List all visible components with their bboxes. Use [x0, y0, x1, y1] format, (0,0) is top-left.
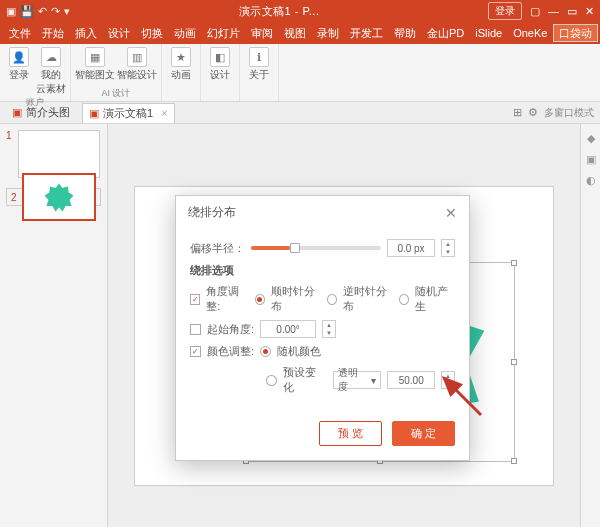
anim-icon: ★ [171, 47, 191, 67]
ribbon-group-ai: ▦智能图文 ▥智能设计 AI 设计 [71, 44, 162, 101]
svg-marker-0 [45, 184, 74, 212]
settings-icon[interactable]: ⚙ [528, 106, 538, 120]
ribbon-group-design: ◧设计 [201, 44, 240, 101]
start-checkbox[interactable] [190, 324, 201, 335]
multiwindow-label[interactable]: 多窗口模式 [544, 106, 594, 120]
dialog-actions: 预 览 确 定 [176, 413, 469, 460]
dialog-close-icon[interactable]: ✕ [445, 205, 457, 221]
image-icon: ▦ [85, 47, 105, 67]
ppt-icon: ▣ [12, 106, 22, 119]
menu-animation[interactable]: 动画 [169, 24, 201, 43]
menu-file[interactable]: 文件 [4, 24, 36, 43]
resize-handle[interactable] [511, 458, 517, 464]
info-icon: ℹ [249, 47, 269, 67]
ribbon-smartimg-button[interactable]: ▦智能图文 [75, 47, 115, 82]
radio-random-color[interactable] [260, 346, 271, 357]
menu-dev[interactable]: 开发工 [345, 24, 388, 43]
color-row: ✓ 颜色调整: 随机颜色 [190, 344, 455, 359]
close-tab-icon[interactable]: × [161, 107, 167, 119]
start-label: 起始角度: [207, 322, 254, 337]
color-label: 颜色调整: [207, 344, 254, 359]
radio-random[interactable] [399, 294, 409, 305]
angle-row: ✓ 角度调整: 顺时针分布 逆时针分布 随机产生 [190, 284, 455, 314]
menu-bar: 文件 开始 插入 设计 切换 动画 幻灯片 审阅 视图 录制 开发工 帮助 金山… [0, 22, 600, 44]
undo-icon[interactable]: ↶ [38, 5, 47, 18]
offset-label: 偏移半径： [190, 241, 245, 256]
preview-button[interactable]: 预 览 [319, 421, 382, 446]
ribbon-anim-button[interactable]: ★动画 [166, 47, 196, 82]
menu-insert[interactable]: 插入 [70, 24, 102, 43]
ribbon: 👤登录 ☁我的 云素材 账户 ▦智能图文 ▥智能设计 AI 设计 ★动画 ◧设计… [0, 44, 600, 102]
menu-review[interactable]: 审阅 [246, 24, 278, 43]
menu-slideshow[interactable]: 幻灯片 [202, 24, 245, 43]
cloud-icon: ☁ [41, 47, 61, 67]
color-value[interactable]: 50.00 [387, 371, 435, 389]
start-spinner[interactable]: ▲▼ [322, 320, 336, 338]
ribbon-cloud-button[interactable]: ☁我的 云素材 [36, 47, 66, 96]
menu-islide[interactable]: iSlide [470, 25, 507, 41]
slide-thumbnails: 1 2 [0, 124, 108, 527]
ribbon-group-account: 👤登录 ☁我的 云素材 账户 [0, 44, 71, 101]
menu-pocket[interactable]: 口袋动 [553, 24, 598, 42]
ribbon-smartdesign-button[interactable]: ▥智能设计 [117, 47, 157, 82]
minimize-icon[interactable]: — [548, 5, 559, 17]
menu-record[interactable]: 录制 [312, 24, 344, 43]
angle-checkbox[interactable]: ✓ [190, 294, 200, 305]
color-spinner[interactable]: ▲▼ [441, 371, 455, 389]
tool-icon[interactable]: ◆ [587, 132, 595, 145]
qat-icon[interactable]: ▣ [6, 5, 16, 18]
menu-design[interactable]: 设计 [103, 24, 135, 43]
ok-button[interactable]: 确 定 [392, 421, 455, 446]
resize-handle[interactable] [511, 359, 517, 365]
tool-icon[interactable]: ▣ [586, 153, 596, 166]
ribbon-login-button[interactable]: 👤登录 [4, 47, 34, 96]
doc-tab-2[interactable]: ▣演示文稿1× [82, 103, 175, 123]
ribbon-design-button[interactable]: ◧设计 [205, 47, 235, 82]
right-toolbar: ◆ ▣ ◐ [580, 124, 600, 527]
title-bar: ▣ 💾 ↶ ↷ ▾ 演示文稿1 - P... 登录 ▢ — ▭ ✕ [0, 0, 600, 22]
quick-access-toolbar: ▣ 💾 ↶ ↷ ▾ [6, 5, 70, 18]
slider-knob[interactable] [290, 243, 300, 253]
maximize-icon[interactable]: ▭ [567, 5, 577, 18]
slide-preview [22, 173, 96, 221]
thumbnail-2[interactable]: 2 [6, 188, 101, 206]
offset-value[interactable]: 0.0 px [387, 239, 435, 257]
offset-slider[interactable] [251, 246, 381, 250]
start-angle-row: 起始角度: 0.00° ▲▼ [190, 320, 455, 338]
qat-more-icon[interactable]: ▾ [64, 5, 70, 18]
close-icon[interactable]: ✕ [585, 5, 594, 18]
group-label: AI 设计 [101, 87, 130, 100]
window-options-icon[interactable]: ▢ [530, 5, 540, 18]
tab-icon[interactable]: ⊞ [513, 106, 522, 120]
dialog-titlebar: 绕排分布 ✕ [176, 196, 469, 229]
start-value[interactable]: 0.00° [260, 320, 316, 338]
color-checkbox[interactable]: ✓ [190, 346, 201, 357]
resize-handle[interactable] [511, 260, 517, 266]
radio-clockwise[interactable] [255, 294, 265, 305]
menu-onekey[interactable]: OneKe [508, 25, 552, 41]
radio-preset-color[interactable] [266, 375, 277, 386]
menu-home[interactable]: 开始 [37, 24, 69, 43]
save-icon[interactable]: 💾 [20, 5, 34, 18]
angle-label: 角度调整: [206, 284, 249, 314]
user-icon: 👤 [9, 47, 29, 67]
ribbon-group-anim: ★动画 [162, 44, 201, 101]
offset-spinner[interactable]: ▲▼ [441, 239, 455, 257]
ribbon-about-button[interactable]: ℹ关于 [244, 47, 274, 82]
menu-help[interactable]: 帮助 [389, 24, 421, 43]
palette-icon: ◧ [210, 47, 230, 67]
redo-icon[interactable]: ↷ [51, 5, 60, 18]
doc-tab-1[interactable]: ▣简介头图 [6, 103, 76, 122]
thumbnail-1[interactable]: 1 [6, 130, 101, 178]
menu-pdf[interactable]: 金山PD [422, 24, 469, 43]
slide-preview [18, 130, 100, 178]
ribbon-group-about: ℹ关于 [240, 44, 279, 101]
chevron-down-icon: ▾ [371, 375, 376, 386]
menu-transition[interactable]: 切换 [136, 24, 168, 43]
color-mode-select[interactable]: 透明度▾ [333, 371, 382, 389]
tool-icon[interactable]: ◐ [586, 174, 596, 187]
login-button[interactable]: 登录 [488, 2, 522, 20]
menu-view[interactable]: 视图 [279, 24, 311, 43]
radio-counterclockwise[interactable] [327, 294, 337, 305]
dialog-title: 绕排分布 [188, 204, 236, 221]
